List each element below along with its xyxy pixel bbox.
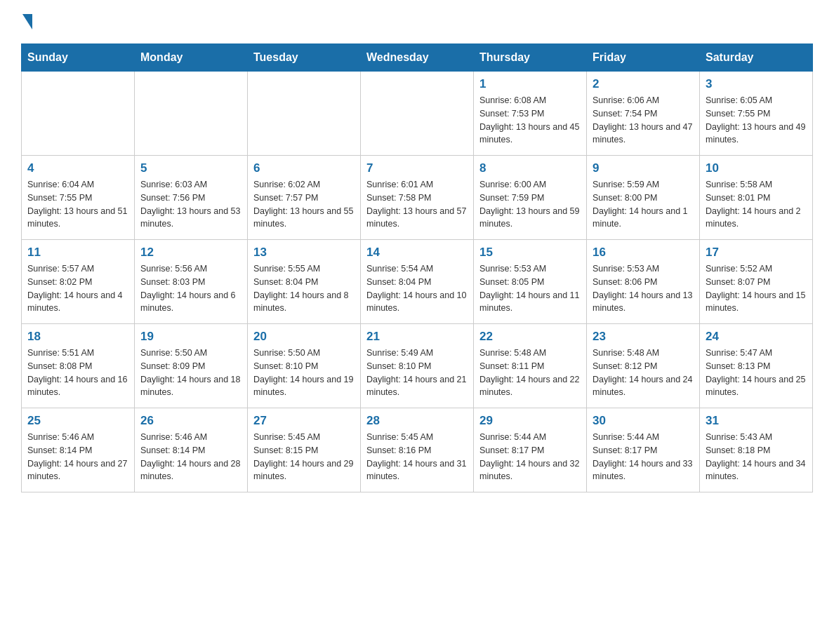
day-info: Sunrise: 5:53 AMSunset: 8:06 PMDaylight:… xyxy=(593,262,694,315)
calendar-cell: 10Sunrise: 5:58 AMSunset: 8:01 PMDayligh… xyxy=(700,156,813,240)
calendar-cell: 29Sunrise: 5:44 AMSunset: 8:17 PMDayligh… xyxy=(474,408,587,492)
day-info: Sunrise: 6:08 AMSunset: 7:53 PMDaylight:… xyxy=(479,94,581,147)
calendar-cell: 9Sunrise: 5:59 AMSunset: 8:00 PMDaylight… xyxy=(587,156,700,240)
calendar-cell xyxy=(135,72,248,156)
calendar-cell: 17Sunrise: 5:52 AMSunset: 8:07 PMDayligh… xyxy=(700,240,813,324)
calendar-cell: 15Sunrise: 5:53 AMSunset: 8:05 PMDayligh… xyxy=(474,240,587,324)
day-info: Sunrise: 5:55 AMSunset: 8:04 PMDaylight:… xyxy=(253,262,355,315)
day-info: Sunrise: 5:45 AMSunset: 8:16 PMDaylight:… xyxy=(366,431,468,483)
calendar-cell: 14Sunrise: 5:54 AMSunset: 8:04 PMDayligh… xyxy=(361,240,474,324)
logo xyxy=(21,14,32,29)
day-info: Sunrise: 5:50 AMSunset: 8:09 PMDaylight:… xyxy=(140,347,241,399)
day-number: 22 xyxy=(479,330,581,344)
day-info: Sunrise: 5:47 AMSunset: 8:13 PMDaylight:… xyxy=(706,347,807,399)
day-number: 26 xyxy=(140,414,241,428)
day-info: Sunrise: 5:48 AMSunset: 8:12 PMDaylight:… xyxy=(593,347,694,399)
calendar-cell: 25Sunrise: 5:46 AMSunset: 8:14 PMDayligh… xyxy=(22,408,135,492)
day-number: 30 xyxy=(593,414,694,428)
day-info: Sunrise: 5:44 AMSunset: 8:17 PMDaylight:… xyxy=(593,431,694,483)
calendar-cell: 24Sunrise: 5:47 AMSunset: 8:13 PMDayligh… xyxy=(700,324,813,408)
day-number: 1 xyxy=(479,77,581,91)
calendar-cell: 3Sunrise: 6:05 AMSunset: 7:55 PMDaylight… xyxy=(700,72,813,156)
page-header xyxy=(21,14,813,29)
calendar-cell: 31Sunrise: 5:43 AMSunset: 8:18 PMDayligh… xyxy=(700,408,813,492)
day-number: 23 xyxy=(593,330,694,344)
day-number: 21 xyxy=(366,330,468,344)
day-info: Sunrise: 5:53 AMSunset: 8:05 PMDaylight:… xyxy=(479,262,581,315)
day-info: Sunrise: 5:58 AMSunset: 8:01 PMDaylight:… xyxy=(706,178,807,231)
day-number: 11 xyxy=(27,246,128,260)
day-number: 25 xyxy=(27,414,128,428)
day-number: 9 xyxy=(593,161,694,175)
day-info: Sunrise: 5:54 AMSunset: 8:04 PMDaylight:… xyxy=(366,262,468,315)
day-info: Sunrise: 5:48 AMSunset: 8:11 PMDaylight:… xyxy=(479,347,581,399)
calendar-cell xyxy=(361,72,474,156)
day-info: Sunrise: 5:44 AMSunset: 8:17 PMDaylight:… xyxy=(479,431,581,483)
calendar-cell: 21Sunrise: 5:49 AMSunset: 8:10 PMDayligh… xyxy=(361,324,474,408)
day-number: 7 xyxy=(366,161,468,175)
day-number: 13 xyxy=(253,246,355,260)
weekday-header-thursday: Thursday xyxy=(474,44,587,72)
calendar-cell: 28Sunrise: 5:45 AMSunset: 8:16 PMDayligh… xyxy=(361,408,474,492)
day-info: Sunrise: 5:50 AMSunset: 8:10 PMDaylight:… xyxy=(253,347,355,399)
calendar-cell: 7Sunrise: 6:01 AMSunset: 7:58 PMDaylight… xyxy=(361,156,474,240)
day-info: Sunrise: 6:06 AMSunset: 7:54 PMDaylight:… xyxy=(593,94,694,147)
day-number: 20 xyxy=(253,330,355,344)
weekday-header-row: SundayMondayTuesdayWednesdayThursdayFrid… xyxy=(22,44,813,72)
day-info: Sunrise: 5:45 AMSunset: 8:15 PMDaylight:… xyxy=(253,431,355,483)
day-number: 15 xyxy=(479,246,581,260)
day-number: 4 xyxy=(27,161,128,175)
calendar-cell: 8Sunrise: 6:00 AMSunset: 7:59 PMDaylight… xyxy=(474,156,587,240)
day-info: Sunrise: 5:46 AMSunset: 8:14 PMDaylight:… xyxy=(140,431,241,483)
day-number: 10 xyxy=(706,161,807,175)
week-row-4: 18Sunrise: 5:51 AMSunset: 8:08 PMDayligh… xyxy=(22,324,813,408)
weekday-header-wednesday: Wednesday xyxy=(361,44,474,72)
day-info: Sunrise: 6:03 AMSunset: 7:56 PMDaylight:… xyxy=(140,178,241,231)
day-number: 8 xyxy=(479,161,581,175)
logo-arrow-icon xyxy=(22,14,32,29)
day-info: Sunrise: 5:56 AMSunset: 8:03 PMDaylight:… xyxy=(140,262,241,315)
day-info: Sunrise: 5:59 AMSunset: 8:00 PMDaylight:… xyxy=(593,178,694,231)
calendar-cell: 13Sunrise: 5:55 AMSunset: 8:04 PMDayligh… xyxy=(248,240,361,324)
calendar-cell: 2Sunrise: 6:06 AMSunset: 7:54 PMDaylight… xyxy=(587,72,700,156)
calendar-cell: 1Sunrise: 6:08 AMSunset: 7:53 PMDaylight… xyxy=(474,72,587,156)
day-number: 28 xyxy=(366,414,468,428)
calendar-cell: 26Sunrise: 5:46 AMSunset: 8:14 PMDayligh… xyxy=(135,408,248,492)
day-number: 5 xyxy=(140,161,241,175)
calendar-table: SundayMondayTuesdayWednesdayThursdayFrid… xyxy=(21,43,813,492)
calendar-cell: 23Sunrise: 5:48 AMSunset: 8:12 PMDayligh… xyxy=(587,324,700,408)
calendar-cell xyxy=(22,72,135,156)
day-info: Sunrise: 5:46 AMSunset: 8:14 PMDaylight:… xyxy=(27,431,128,483)
calendar-cell: 20Sunrise: 5:50 AMSunset: 8:10 PMDayligh… xyxy=(248,324,361,408)
day-info: Sunrise: 5:52 AMSunset: 8:07 PMDaylight:… xyxy=(706,262,807,315)
day-info: Sunrise: 6:01 AMSunset: 7:58 PMDaylight:… xyxy=(366,178,468,231)
day-info: Sunrise: 6:04 AMSunset: 7:55 PMDaylight:… xyxy=(27,178,128,231)
day-number: 31 xyxy=(706,414,807,428)
weekday-header-sunday: Sunday xyxy=(22,44,135,72)
day-info: Sunrise: 5:51 AMSunset: 8:08 PMDaylight:… xyxy=(27,347,128,399)
day-number: 19 xyxy=(140,330,241,344)
calendar-cell: 22Sunrise: 5:48 AMSunset: 8:11 PMDayligh… xyxy=(474,324,587,408)
day-number: 6 xyxy=(253,161,355,175)
week-row-5: 25Sunrise: 5:46 AMSunset: 8:14 PMDayligh… xyxy=(22,408,813,492)
weekday-header-tuesday: Tuesday xyxy=(248,44,361,72)
day-info: Sunrise: 6:02 AMSunset: 7:57 PMDaylight:… xyxy=(253,178,355,231)
calendar-cell: 27Sunrise: 5:45 AMSunset: 8:15 PMDayligh… xyxy=(248,408,361,492)
calendar-cell xyxy=(248,72,361,156)
day-number: 2 xyxy=(593,77,694,91)
day-info: Sunrise: 5:43 AMSunset: 8:18 PMDaylight:… xyxy=(706,431,807,483)
day-info: Sunrise: 5:57 AMSunset: 8:02 PMDaylight:… xyxy=(27,262,128,315)
day-info: Sunrise: 6:00 AMSunset: 7:59 PMDaylight:… xyxy=(479,178,581,231)
day-number: 12 xyxy=(140,246,241,260)
calendar-cell: 4Sunrise: 6:04 AMSunset: 7:55 PMDaylight… xyxy=(22,156,135,240)
day-number: 3 xyxy=(706,77,807,91)
calendar-cell: 19Sunrise: 5:50 AMSunset: 8:09 PMDayligh… xyxy=(135,324,248,408)
calendar-cell: 16Sunrise: 5:53 AMSunset: 8:06 PMDayligh… xyxy=(587,240,700,324)
week-row-1: 1Sunrise: 6:08 AMSunset: 7:53 PMDaylight… xyxy=(22,72,813,156)
calendar-cell: 18Sunrise: 5:51 AMSunset: 8:08 PMDayligh… xyxy=(22,324,135,408)
calendar-cell: 12Sunrise: 5:56 AMSunset: 8:03 PMDayligh… xyxy=(135,240,248,324)
day-number: 17 xyxy=(706,246,807,260)
calendar-cell: 6Sunrise: 6:02 AMSunset: 7:57 PMDaylight… xyxy=(248,156,361,240)
day-info: Sunrise: 6:05 AMSunset: 7:55 PMDaylight:… xyxy=(706,94,807,147)
day-number: 27 xyxy=(253,414,355,428)
